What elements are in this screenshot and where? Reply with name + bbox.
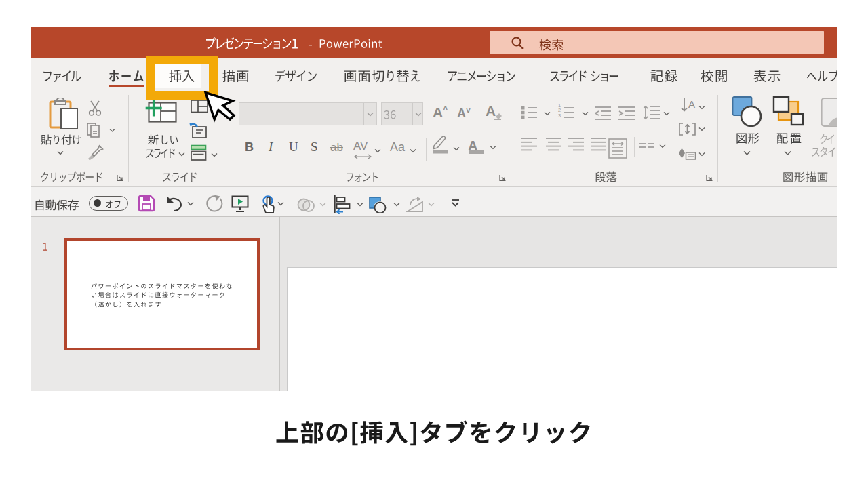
svg-text:A: A (688, 98, 695, 110)
